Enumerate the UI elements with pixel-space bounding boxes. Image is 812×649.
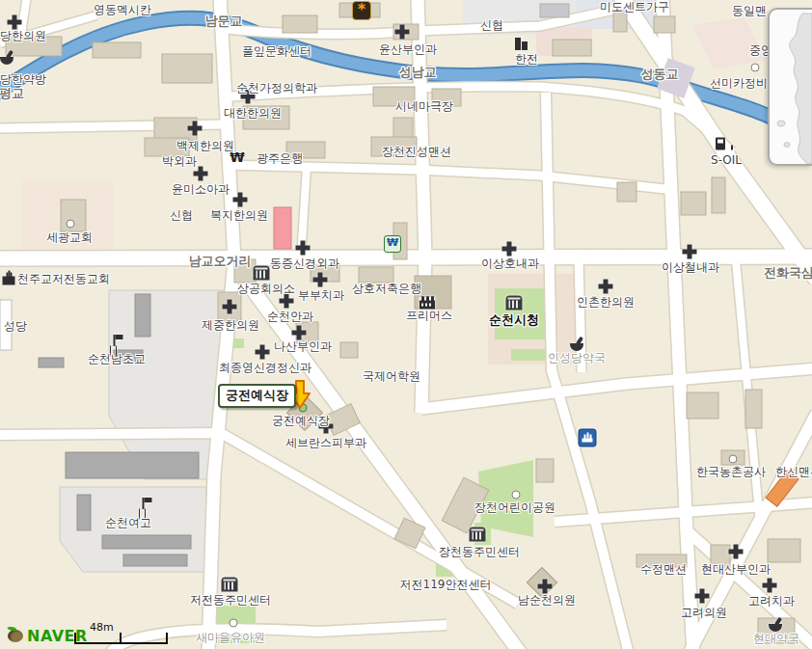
naver-logo-icon — [8, 630, 23, 642]
overview-inset-map[interactable] — [768, 8, 812, 166]
map-scale-bar: 48m — [74, 623, 164, 644]
selected-place-label[interactable]: 궁전예식장 — [218, 384, 296, 408]
korea-overview-shape — [770, 10, 812, 164]
scale-bar-line — [74, 633, 168, 644]
map-canvas[interactable] — [0, 0, 812, 649]
